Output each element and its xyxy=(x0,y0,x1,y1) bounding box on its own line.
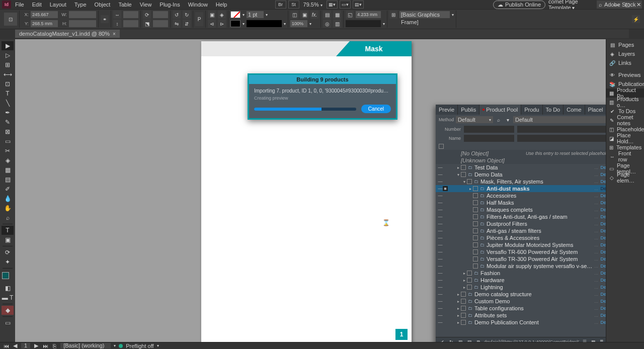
dock-layers[interactable]: ◈Layers xyxy=(606,49,644,58)
frame-fitting-icon[interactable]: ⊞ xyxy=(389,11,397,19)
page-field[interactable]: 1 xyxy=(21,343,30,348)
tree-checkbox[interactable] xyxy=(467,285,472,290)
corner-shape-icon[interactable]: ◱ xyxy=(346,11,354,19)
maximize-icon[interactable]: ▢ xyxy=(622,0,633,9)
text-wrap-none-icon[interactable]: ▤ xyxy=(323,11,331,19)
text-wrap-bbox-icon[interactable]: ▦ xyxy=(333,11,341,19)
dock-products-o-[interactable]: ▥Products o… xyxy=(606,98,644,107)
dock-place-hold-[interactable]: ◪Place Hold… xyxy=(606,134,644,143)
plugin-tool-icon[interactable]: ◆ xyxy=(2,306,14,315)
tree-checkbox[interactable] xyxy=(473,249,478,254)
rectangle-frame-tool-icon[interactable]: ⊠ xyxy=(2,127,14,136)
prev-object-icon[interactable]: ⊲ xyxy=(208,20,216,28)
tree-checkbox[interactable] xyxy=(473,242,478,247)
gradient-feather-tool-icon[interactable]: ▤ xyxy=(2,175,14,184)
close-icon[interactable]: ✕ xyxy=(633,0,644,9)
t-tool-icon[interactable]: T xyxy=(2,226,14,235)
tree-row[interactable]: —▸🗀Custom Demo…Default xyxy=(436,298,617,305)
last-page-icon[interactable]: ⏭ xyxy=(42,343,48,349)
panel-tab-4[interactable]: To Do xyxy=(543,105,564,115)
pen-tool-icon[interactable]: ✒ xyxy=(2,108,14,117)
arrange-docs-icon[interactable]: ▤▾ xyxy=(353,1,364,9)
menu-object[interactable]: Object xyxy=(91,2,115,8)
tree-row[interactable]: —🗀Pièces & Accessoires…Default xyxy=(436,234,617,241)
frame-tool-icon[interactable]: ▣ xyxy=(2,235,14,244)
tree-checkbox[interactable] xyxy=(473,200,478,205)
tree-row[interactable]: —🗀Jupiter Modular Motorized Systems…Defa… xyxy=(436,241,617,248)
scale-x-field[interactable] xyxy=(123,11,138,18)
dock-comet-notes[interactable]: ✎Comet notes xyxy=(606,116,644,125)
mini-checkbox[interactable] xyxy=(439,144,444,149)
tree-checkbox[interactable] xyxy=(461,165,466,170)
zoom-tool-icon[interactable]: ⌕ xyxy=(2,213,14,222)
text-wrap-shape-icon[interactable]: ◎ xyxy=(323,20,331,28)
zoom-level[interactable]: 79.5% ▾ xyxy=(300,2,326,8)
screen-mode-icon[interactable]: ▭▾ xyxy=(340,1,351,9)
tree-checkbox[interactable] xyxy=(473,193,478,198)
tree-row[interactable]: —▸🗀Fashion…Default xyxy=(436,270,617,277)
pencil-tool-icon[interactable]: ✎ xyxy=(2,118,14,127)
gradient-swatch-tool-icon[interactable]: ▦ xyxy=(2,165,14,175)
shear-field[interactable] xyxy=(153,20,168,27)
tree-checkbox[interactable] xyxy=(473,228,478,233)
name-input-2[interactable] xyxy=(517,135,614,142)
next-page-icon[interactable]: ▶ xyxy=(33,342,39,349)
dock-previews[interactable]: 👁Previews xyxy=(606,70,644,79)
tree-row[interactable]: —🗀Versaflo TR-300 Powered Air System…Def… xyxy=(436,255,617,263)
number-input-2[interactable] xyxy=(517,126,614,133)
tree-checkbox[interactable] xyxy=(473,256,478,261)
eyedropper-tool-icon[interactable]: 💧 xyxy=(2,194,14,203)
scissors-tool-icon[interactable]: ✂ xyxy=(2,146,14,155)
object-style-dropdown[interactable]: [Basic Graphics Frame] xyxy=(399,11,450,18)
tree-checkbox[interactable] xyxy=(461,320,466,325)
corner-opt2-icon[interactable]: ▣ xyxy=(300,11,308,19)
tree-row[interactable]: —▸🗀Table configurations…Default xyxy=(436,305,617,312)
tree-row[interactable]: —🗀Anti-gas / steam filters…Default xyxy=(436,227,617,234)
menu-table[interactable]: Table xyxy=(114,2,135,8)
menu-view[interactable]: View xyxy=(136,2,156,8)
funnel-icon[interactable]: ▾ xyxy=(504,116,511,123)
menu-help[interactable]: Help xyxy=(212,2,231,8)
stroke-style-field[interactable] xyxy=(247,20,282,27)
tree-checkbox[interactable] xyxy=(467,179,472,184)
tree-row[interactable]: —🗀Filters Anti-dust, Anti-gas / steam…De… xyxy=(436,213,617,220)
scale-y-field[interactable] xyxy=(123,20,138,27)
content-collector-icon[interactable]: ⊡ xyxy=(2,79,14,89)
tree-row[interactable]: —🗀Accessoires…Default xyxy=(436,192,617,199)
document-canvas[interactable]: Mask 1 Building 9 products Importing 7. … xyxy=(15,39,644,342)
tree-row[interactable]: —🗀Versaflo TR-600 Powered Air System…Def… xyxy=(436,248,617,255)
reference-point-icon[interactable]: ⊡ xyxy=(4,13,17,26)
menu-layout[interactable]: Layout xyxy=(46,2,70,8)
y-position-field[interactable]: 268.5 mm xyxy=(31,20,58,27)
tree-checkbox[interactable] xyxy=(461,172,466,177)
tree-checkbox[interactable] xyxy=(467,271,472,276)
apply-color-icon[interactable]: ▬ T xyxy=(2,293,14,302)
tree-checkbox[interactable] xyxy=(467,278,472,283)
menu-window[interactable]: Window xyxy=(184,2,212,8)
opacity-field[interactable]: 100% xyxy=(290,20,307,27)
tree-row[interactable]: —🗀Masques complets…Default xyxy=(436,206,617,213)
panel-tab-6[interactable]: Placel xyxy=(585,105,607,115)
screen-mode-tool-icon[interactable]: ▭ xyxy=(2,318,14,327)
document-tab[interactable]: demoCatalogMaster_v1.indd @ 80% × xyxy=(15,30,120,38)
rotate-field[interactable] xyxy=(153,11,168,18)
method-dropdown[interactable]: Default▾ xyxy=(456,116,493,123)
select-container-icon[interactable]: ▣ xyxy=(208,11,216,19)
bridge-button[interactable]: Br xyxy=(275,1,286,9)
tree-row[interactable]: —▸🗀Hardware…Default xyxy=(436,277,617,284)
panel-tab-3[interactable]: Produ xyxy=(521,105,542,115)
panel-tab-0[interactable]: Previe xyxy=(436,105,458,115)
tree-row[interactable]: —▸🗀Lightning…Default xyxy=(436,284,617,291)
p-icon[interactable]: P xyxy=(195,12,203,26)
master-field[interactable]: [Basic] (working) xyxy=(60,343,111,348)
fx-icon[interactable]: fx. xyxy=(310,11,318,19)
height-field[interactable] xyxy=(69,20,96,27)
name-input[interactable] xyxy=(464,135,514,142)
page-tool-icon[interactable]: ⊞ xyxy=(2,60,14,69)
flip-v-icon[interactable]: ⇵ xyxy=(183,20,191,28)
menu-edit[interactable]: Edit xyxy=(28,2,46,8)
menu-file[interactable]: File xyxy=(11,2,28,8)
note-tool-icon[interactable]: ✐ xyxy=(2,185,14,194)
dock-page-elem-[interactable]: ◇Page elem… xyxy=(606,173,644,182)
first-page-icon[interactable]: ⏮ xyxy=(3,343,9,349)
